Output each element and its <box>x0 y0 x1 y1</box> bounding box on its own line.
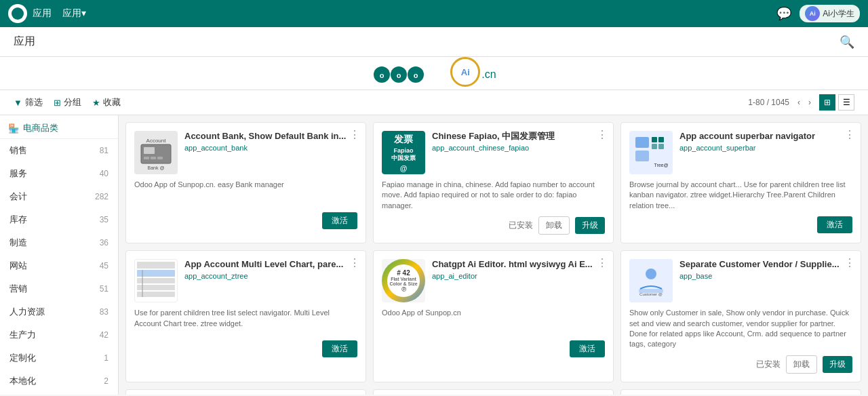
sub-navigation: 应用 🔍 <box>0 27 868 57</box>
card-module: app_ai_editor <box>432 272 605 280</box>
card-footer: 激活 <box>629 216 852 233</box>
chat-icon[interactable]: 💬 <box>776 6 791 21</box>
ai-avatar-icon: Ai <box>805 6 820 21</box>
sidebar-item-operations[interactable]: Operations 6 <box>0 393 118 395</box>
app-card-fapiao: ⋮ 发票 Fapiao 中国发票 @ Chinese Fapiao, 中国发票管… <box>373 122 614 243</box>
app-card-base-chinese: ⋮ 🇨🇳 App base chinese，中国化基本模块... app_bas… <box>373 389 614 395</box>
card-footer: 已安装 卸载 升级 <box>629 355 852 374</box>
prev-page-button[interactable]: ‹ <box>795 96 803 108</box>
app-card-china-city: ⋮ China City @ China City, Chinese <box>620 389 861 395</box>
card-menu-icon[interactable]: ⋮ <box>349 128 360 141</box>
card-footer: 激活 <box>382 340 605 357</box>
star-icon: ★ <box>92 98 100 108</box>
sidebar-item-inventory[interactable]: 库存 35 <box>0 208 118 231</box>
card-desc: Odoo App of Sunpop.cn <box>382 308 605 335</box>
svg-text:Bank @: Bank @ <box>147 165 164 170</box>
svg-rect-19 <box>658 144 664 149</box>
list-view-button[interactable]: ☰ <box>838 94 854 111</box>
card-title: Chatgpt Ai Editor. html wysiwyg Ai E... <box>432 259 605 271</box>
svg-rect-16 <box>652 137 657 142</box>
card-menu-icon[interactable]: ⋮ <box>597 256 608 269</box>
view-toggle: ⊞ ☰ <box>819 94 854 111</box>
svg-text:Customer @: Customer @ <box>639 292 663 296</box>
card-menu-icon[interactable]: ⋮ <box>597 128 608 141</box>
sidebar-item-marketing[interactable]: 营销 51 <box>0 277 118 300</box>
filter-button[interactable]: ▼ 筛选 <box>14 96 43 108</box>
card-module: app_account_bank <box>184 144 357 152</box>
group-button[interactable]: ⊞ 分组 <box>54 96 81 108</box>
card-top: 发票 Fapiao 中国发票 @ Chinese Fapiao, 中国发票管理 … <box>382 131 605 174</box>
page-navigation: ‹ › <box>795 96 814 108</box>
brand-bar: o o o Ai .cn <box>0 57 868 90</box>
category-icon: 🏪 <box>8 123 19 134</box>
uninstall-button[interactable]: 卸载 <box>786 355 817 374</box>
card-title: App Account Multi Level Chart, pare... <box>184 259 357 271</box>
card-info: Account Bank, Show Default Bank in... ap… <box>184 131 357 174</box>
filter-bar: ▼ 筛选 ⊞ 分组 ★ 收藏 1-80 / 1045 ‹ › ⊞ ☰ <box>0 90 868 115</box>
activate-button[interactable]: 激活 <box>570 340 605 357</box>
svg-rect-9 <box>144 157 149 159</box>
uninstall-button[interactable]: 卸载 <box>538 216 570 235</box>
app-card-ztree: ⋮ App Account Mult <box>125 250 366 382</box>
card-desc: Fapiao manage in china, chinese. Add fap… <box>382 180 605 211</box>
upgrade-button[interactable]: 升级 <box>823 356 852 373</box>
svg-text:o: o <box>414 71 418 79</box>
sidebar-item-sales[interactable]: 销售 81 <box>0 139 118 162</box>
svg-text:Account: Account <box>146 138 167 144</box>
card-desc: Odoo App of Sunpop.cn. easy Bank manager <box>134 180 357 207</box>
activate-button[interactable]: 激活 <box>322 212 357 229</box>
app-icon-account-bank: Account Bank @ <box>134 131 178 174</box>
card-module: app_account_ztree <box>184 272 357 280</box>
collect-button[interactable]: ★ 收藏 <box>92 96 121 108</box>
ai-label: Ai小学生 <box>823 8 854 20</box>
card-footer: 激活 <box>134 212 357 229</box>
app-nav-label[interactable]: 应用 <box>33 7 52 20</box>
search-icon[interactable]: 🔍 <box>840 35 854 50</box>
svg-rect-15 <box>635 151 649 161</box>
card-info: Chinese Fapiao, 中国发票管理 app_account_chine… <box>432 131 605 174</box>
svg-rect-10 <box>151 157 156 159</box>
svg-rect-18 <box>652 144 657 149</box>
sidebar-item-website[interactable]: 网站 45 <box>0 254 118 277</box>
sidebar-header: 🏪 电商品类 <box>0 115 118 139</box>
card-title: Account Bank, Show Default Bank in... <box>184 131 357 142</box>
sidebar-item-customization[interactable]: 定制化 1 <box>0 346 118 370</box>
filter-icon: ▼ <box>14 98 22 108</box>
next-page-button[interactable]: › <box>806 96 814 108</box>
activate-button[interactable]: 激活 <box>817 216 852 233</box>
odoo-svg-logo: o o o <box>372 64 453 85</box>
kanban-view-button[interactable]: ⊞ <box>819 94 835 111</box>
svg-text:Tree@: Tree@ <box>654 163 668 167</box>
svg-rect-21 <box>137 262 175 269</box>
card-info: App account superbar navigator app_accou… <box>679 131 852 174</box>
app-grid: ⋮ Account Bank @ Account Bank, S <box>119 115 868 395</box>
card-info: Chatgpt Ai Editor. html wysiwyg Ai E... … <box>432 259 605 302</box>
sidebar-item-localization[interactable]: 本地化 2 <box>0 370 118 393</box>
ai-badge[interactable]: Ai Ai小学生 <box>800 5 860 22</box>
sidebar-item-accounting[interactable]: 会计 282 <box>0 185 118 208</box>
category-sidebar: 🏪 电商品类 销售 81 服务 40 会计 282 库存 35 制造 36 网站… <box>0 115 119 395</box>
sidebar-item-productivity[interactable]: 生产力 42 <box>0 323 118 346</box>
svg-rect-8 <box>144 147 155 154</box>
sidebar-item-hr[interactable]: 人力资源 83 <box>0 300 118 323</box>
card-desc: Show only Customer in sale, Show only ve… <box>629 308 852 350</box>
main-layout: 🏪 电商品类 销售 81 服务 40 会计 282 库存 35 制造 36 网站… <box>0 115 868 395</box>
sidebar-item-manufacturing[interactable]: 制造 36 <box>0 231 118 254</box>
card-title: Separate Customer Vendor / Supplie... <box>679 259 852 271</box>
card-menu-icon[interactable]: ⋮ <box>844 128 855 141</box>
top-navigation: 应用 应用▾ 💬 Ai Ai小学生 <box>0 0 868 27</box>
card-menu-icon[interactable]: ⋮ <box>349 256 360 269</box>
card-top: # 42 Flat Variant Color & Size ⓟ Chatgpt… <box>382 259 605 302</box>
card-top: Tree@ App account superbar navigator app… <box>629 131 852 174</box>
app-nav-dropdown[interactable]: 应用▾ <box>62 7 86 20</box>
upgrade-button[interactable]: 升级 <box>575 217 605 234</box>
card-title: Chinese Fapiao, 中国发票管理 <box>432 131 605 142</box>
card-menu-icon[interactable]: ⋮ <box>844 256 855 269</box>
activate-button[interactable]: 激活 <box>322 340 357 357</box>
app-card-ai-editor: ⋮ # 42 Flat Variant Color & Size ⓟ Chatg… <box>373 250 614 382</box>
card-desc: Browse journal by account chart... Use f… <box>629 180 852 211</box>
card-info: Separate Customer Vendor / Supplie... ap… <box>679 259 852 302</box>
svg-rect-14 <box>635 137 649 148</box>
card-footer: 激活 <box>134 340 357 357</box>
sidebar-item-services[interactable]: 服务 40 <box>0 162 118 185</box>
